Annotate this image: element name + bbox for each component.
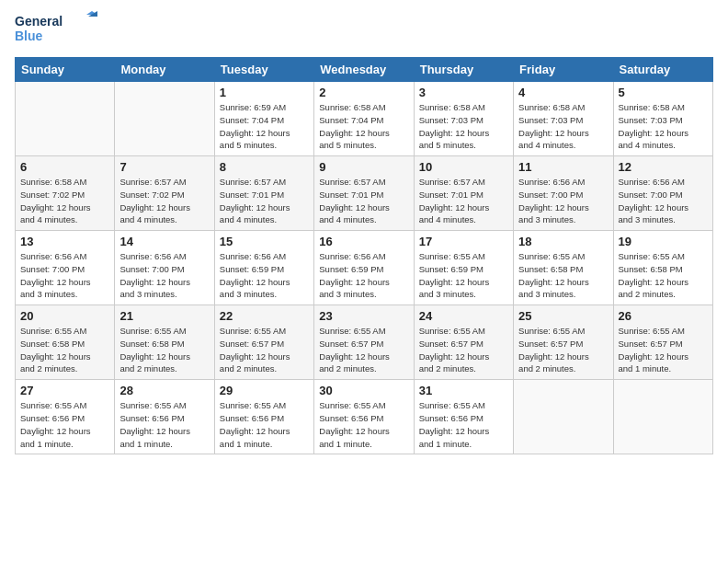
day-cell: 18Sunrise: 6:55 AM Sunset: 6:58 PM Dayli… xyxy=(514,231,613,305)
day-info: Sunrise: 6:58 AM Sunset: 7:04 PM Dayligh… xyxy=(319,101,408,152)
day-number: 29 xyxy=(220,384,309,397)
day-number: 31 xyxy=(419,384,508,397)
day-cell: 1Sunrise: 6:59 AM Sunset: 7:04 PM Daylig… xyxy=(214,82,313,156)
day-cell xyxy=(16,82,115,156)
day-number: 19 xyxy=(619,235,708,248)
day-info: Sunrise: 6:55 AM Sunset: 6:56 PM Dayligh… xyxy=(119,399,209,450)
header-saturday: Saturday xyxy=(613,58,712,82)
day-cell: 16Sunrise: 6:56 AM Sunset: 6:59 PM Dayli… xyxy=(314,231,414,305)
day-info: Sunrise: 6:58 AM Sunset: 7:03 PM Dayligh… xyxy=(419,101,508,152)
day-info: Sunrise: 6:58 AM Sunset: 7:03 PM Dayligh… xyxy=(518,101,608,152)
day-cell: 7Sunrise: 6:57 AM Sunset: 7:02 PM Daylig… xyxy=(115,156,214,231)
day-cell: 17Sunrise: 6:55 AM Sunset: 6:59 PM Dayli… xyxy=(414,231,513,305)
day-number: 10 xyxy=(419,160,508,174)
day-number: 16 xyxy=(319,235,408,248)
header-sunday: Sunday xyxy=(16,58,115,82)
day-info: Sunrise: 6:55 AM Sunset: 6:57 PM Dayligh… xyxy=(518,325,608,375)
day-number: 9 xyxy=(319,160,408,174)
day-info: Sunrise: 6:56 AM Sunset: 7:00 PM Dayligh… xyxy=(518,176,608,226)
day-info: Sunrise: 6:55 AM Sunset: 6:59 PM Dayligh… xyxy=(419,250,508,301)
week-row-4: 20Sunrise: 6:55 AM Sunset: 6:58 PM Dayli… xyxy=(16,305,713,380)
day-cell: 20Sunrise: 6:55 AM Sunset: 6:58 PM Dayli… xyxy=(16,305,115,380)
day-cell xyxy=(514,380,613,454)
day-number: 26 xyxy=(619,309,708,323)
calendar-header-row: SundayMondayTuesdayWednesdayThursdayFrid… xyxy=(16,58,713,82)
day-number: 28 xyxy=(119,384,209,397)
day-cell: 23Sunrise: 6:55 AM Sunset: 6:57 PM Dayli… xyxy=(314,305,414,380)
day-number: 5 xyxy=(619,86,708,99)
day-info: Sunrise: 6:56 AM Sunset: 6:59 PM Dayligh… xyxy=(220,250,309,301)
header-wednesday: Wednesday xyxy=(314,58,414,82)
day-info: Sunrise: 6:56 AM Sunset: 7:00 PM Dayligh… xyxy=(119,250,209,301)
svg-text:Blue: Blue xyxy=(15,29,43,43)
day-cell: 10Sunrise: 6:57 AM Sunset: 7:01 PM Dayli… xyxy=(414,156,513,231)
day-number: 17 xyxy=(419,235,508,248)
week-row-3: 13Sunrise: 6:56 AM Sunset: 7:00 PM Dayli… xyxy=(16,231,713,305)
day-cell: 22Sunrise: 6:55 AM Sunset: 6:57 PM Dayli… xyxy=(214,305,313,380)
day-cell: 11Sunrise: 6:56 AM Sunset: 7:00 PM Dayli… xyxy=(514,156,613,231)
day-cell: 5Sunrise: 6:58 AM Sunset: 7:03 PM Daylig… xyxy=(613,82,712,156)
day-info: Sunrise: 6:57 AM Sunset: 7:02 PM Dayligh… xyxy=(119,176,209,226)
header-friday: Friday xyxy=(514,58,613,82)
svg-text:General: General xyxy=(15,14,63,29)
day-number: 14 xyxy=(119,235,209,248)
day-cell: 25Sunrise: 6:55 AM Sunset: 6:57 PM Dayli… xyxy=(514,305,613,380)
day-cell: 6Sunrise: 6:58 AM Sunset: 7:02 PM Daylig… xyxy=(16,156,115,231)
day-info: Sunrise: 6:55 AM Sunset: 6:57 PM Dayligh… xyxy=(220,325,309,375)
header: General Blue xyxy=(15,11,713,50)
day-number: 30 xyxy=(319,384,408,397)
day-info: Sunrise: 6:57 AM Sunset: 7:01 PM Dayligh… xyxy=(419,176,508,226)
day-info: Sunrise: 6:55 AM Sunset: 6:58 PM Dayligh… xyxy=(20,325,109,375)
day-number: 15 xyxy=(220,235,309,248)
calendar-table: SundayMondayTuesdayWednesdayThursdayFrid… xyxy=(15,57,713,454)
day-info: Sunrise: 6:57 AM Sunset: 7:01 PM Dayligh… xyxy=(319,176,408,226)
header-tuesday: Tuesday xyxy=(214,58,313,82)
day-number: 1 xyxy=(220,86,309,99)
day-cell: 4Sunrise: 6:58 AM Sunset: 7:03 PM Daylig… xyxy=(514,82,613,156)
day-info: Sunrise: 6:55 AM Sunset: 6:57 PM Dayligh… xyxy=(619,325,708,375)
day-info: Sunrise: 6:59 AM Sunset: 7:04 PM Dayligh… xyxy=(220,101,309,152)
day-cell: 12Sunrise: 6:56 AM Sunset: 7:00 PM Dayli… xyxy=(613,156,712,231)
day-number: 7 xyxy=(119,160,209,174)
day-number: 22 xyxy=(220,309,309,323)
day-number: 27 xyxy=(20,384,109,397)
day-cell: 15Sunrise: 6:56 AM Sunset: 6:59 PM Dayli… xyxy=(214,231,313,305)
header-thursday: Thursday xyxy=(414,58,513,82)
day-cell: 31Sunrise: 6:55 AM Sunset: 6:56 PM Dayli… xyxy=(414,380,513,454)
day-info: Sunrise: 6:58 AM Sunset: 7:03 PM Dayligh… xyxy=(619,101,708,152)
day-number: 13 xyxy=(20,235,109,248)
day-cell: 8Sunrise: 6:57 AM Sunset: 7:01 PM Daylig… xyxy=(214,156,313,231)
day-info: Sunrise: 6:58 AM Sunset: 7:02 PM Dayligh… xyxy=(20,176,109,226)
week-row-1: 1Sunrise: 6:59 AM Sunset: 7:04 PM Daylig… xyxy=(16,82,713,156)
day-number: 4 xyxy=(518,86,608,99)
day-number: 24 xyxy=(419,309,508,323)
day-info: Sunrise: 6:55 AM Sunset: 6:58 PM Dayligh… xyxy=(619,250,708,301)
day-cell: 9Sunrise: 6:57 AM Sunset: 7:01 PM Daylig… xyxy=(314,156,414,231)
week-row-5: 27Sunrise: 6:55 AM Sunset: 6:56 PM Dayli… xyxy=(16,380,713,454)
day-number: 25 xyxy=(518,309,608,323)
day-cell: 14Sunrise: 6:56 AM Sunset: 7:00 PM Dayli… xyxy=(115,231,214,305)
logo-svg: General Blue xyxy=(15,11,97,50)
day-cell: 13Sunrise: 6:56 AM Sunset: 7:00 PM Dayli… xyxy=(16,231,115,305)
day-cell: 24Sunrise: 6:55 AM Sunset: 6:57 PM Dayli… xyxy=(414,305,513,380)
day-cell: 27Sunrise: 6:55 AM Sunset: 6:56 PM Dayli… xyxy=(16,380,115,454)
day-number: 18 xyxy=(518,235,608,248)
day-info: Sunrise: 6:55 AM Sunset: 6:57 PM Dayligh… xyxy=(419,325,508,375)
day-number: 2 xyxy=(319,86,408,99)
day-info: Sunrise: 6:55 AM Sunset: 6:58 PM Dayligh… xyxy=(119,325,209,375)
day-info: Sunrise: 6:55 AM Sunset: 6:56 PM Dayligh… xyxy=(419,399,508,450)
day-number: 12 xyxy=(619,160,708,174)
day-number: 3 xyxy=(419,86,508,99)
day-info: Sunrise: 6:56 AM Sunset: 7:00 PM Dayligh… xyxy=(619,176,708,226)
logo: General Blue xyxy=(15,11,97,50)
day-cell xyxy=(115,82,214,156)
day-cell: 26Sunrise: 6:55 AM Sunset: 6:57 PM Dayli… xyxy=(613,305,712,380)
day-info: Sunrise: 6:55 AM Sunset: 6:56 PM Dayligh… xyxy=(220,399,309,450)
day-cell: 29Sunrise: 6:55 AM Sunset: 6:56 PM Dayli… xyxy=(214,380,313,454)
day-number: 23 xyxy=(319,309,408,323)
day-cell xyxy=(613,380,712,454)
day-info: Sunrise: 6:55 AM Sunset: 6:56 PM Dayligh… xyxy=(319,399,408,450)
day-info: Sunrise: 6:55 AM Sunset: 6:56 PM Dayligh… xyxy=(20,399,109,450)
day-info: Sunrise: 6:57 AM Sunset: 7:01 PM Dayligh… xyxy=(220,176,309,226)
day-cell: 30Sunrise: 6:55 AM Sunset: 6:56 PM Dayli… xyxy=(314,380,414,454)
